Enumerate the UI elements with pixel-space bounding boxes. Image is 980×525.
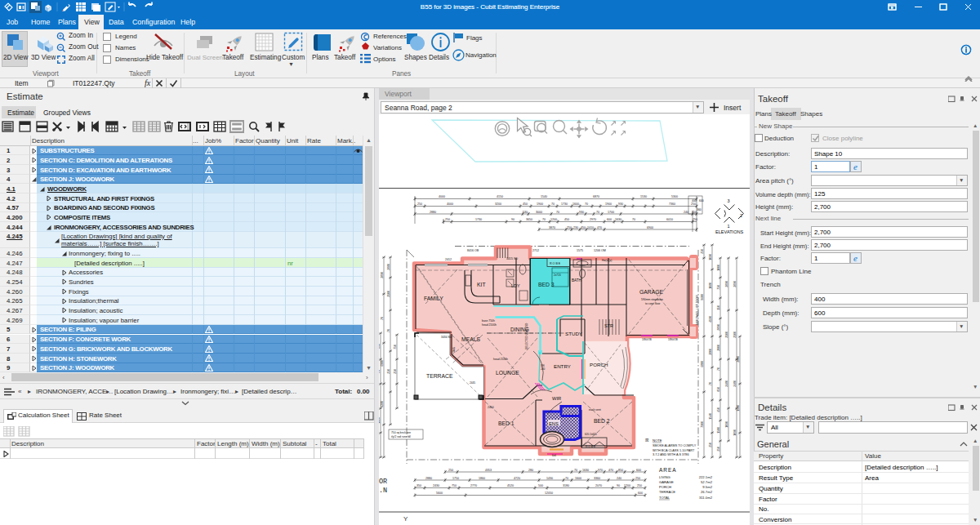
svg-text:311.0m2: 311.0m2 (699, 496, 713, 500)
svg-text:1010: 1010 (587, 226, 594, 229)
svg-text:TERRACE: TERRACE (659, 490, 675, 494)
svg-text:KIT: KIT (477, 282, 486, 287)
svg-text:52.7m2: 52.7m2 (701, 480, 713, 484)
svg-text:360: 360 (697, 208, 702, 211)
svg-text:4000: 4000 (447, 202, 453, 206)
svg-text:1600: 1600 (572, 202, 579, 206)
svg-text:STUDY: STUDY (565, 331, 582, 336)
svg-text:250: 250 (567, 226, 572, 229)
svg-text:1530: 1530 (640, 195, 647, 198)
svg-text:BATH: BATH (572, 278, 581, 283)
svg-text:☒: ☒ (645, 438, 648, 443)
svg-text:PORCH: PORCH (590, 362, 608, 367)
svg-text:750: 750 (452, 484, 457, 487)
svg-text:3800: 3800 (709, 349, 712, 355)
svg-text:3200: 3200 (495, 202, 501, 206)
svg-text:1: 1 (728, 224, 730, 229)
svg-text:70: 70 (717, 367, 720, 371)
svg-text:t/y/2 rod runs fdl: t/y/2 rod runs fdl (391, 435, 411, 438)
svg-text:Hw(x)(p): Hw(x)(p) (602, 259, 612, 262)
svg-text:70: 70 (632, 218, 635, 221)
svg-text:2480: 2480 (725, 380, 728, 387)
svg-text:PORCH: PORCH (659, 485, 671, 489)
svg-text:2430: 2430 (433, 484, 439, 487)
svg-text:1090: 1090 (709, 254, 712, 260)
svg-text:3415 SD: 3415 SD (506, 257, 518, 260)
svg-text:70: 70 (387, 329, 390, 332)
svg-text:NOTE: NOTE (653, 438, 662, 443)
svg-text:2970: 2970 (590, 218, 596, 221)
svg-text:R O B E: R O B E (550, 262, 561, 265)
svg-text:250: 250 (387, 369, 390, 374)
svg-text:450: 450 (523, 202, 528, 206)
svg-text:90: 90 (617, 484, 620, 487)
svg-text:1090: 1090 (733, 429, 737, 436)
svg-text:2070: 2070 (595, 484, 602, 487)
svg-text:GARAGE: GARAGE (659, 480, 674, 484)
svg-text:.N: .N (379, 487, 387, 495)
svg-text:4190: 4190 (709, 316, 712, 323)
svg-text:3870: 3870 (549, 226, 555, 229)
svg-text:MEALS: MEALS (461, 336, 481, 342)
svg-text:GARAGE: GARAGE (639, 289, 664, 295)
svg-text:3650: 3650 (526, 218, 532, 221)
svg-text:150: 150 (717, 305, 720, 310)
svg-text:250: 250 (701, 249, 704, 254)
svg-text:1200: 1200 (550, 218, 557, 221)
svg-text:STR: STR (604, 323, 613, 328)
svg-text:2412: 2412 (445, 258, 452, 261)
svg-text:FAMILY: FAMILY (424, 296, 443, 301)
svg-text:70: 70 (596, 211, 599, 214)
svg-text:70: 70 (381, 317, 384, 320)
svg-text:2712: 2712 (532, 249, 539, 252)
svg-text:2100: 2100 (387, 291, 390, 297)
svg-text:7360: 7360 (669, 202, 675, 206)
svg-text:26.7m2: 26.7m2 (701, 490, 713, 494)
svg-text:1500: 1500 (717, 427, 720, 434)
svg-text:450: 450 (717, 407, 720, 412)
svg-text:70: 70 (565, 477, 568, 480)
svg-text:2100: 2100 (725, 331, 728, 338)
svg-text:70: 70 (709, 382, 712, 385)
svg-text:70: 70 (551, 202, 555, 206)
svg-text:2000: 2000 (717, 345, 720, 351)
svg-text:each vent: each vent (589, 408, 601, 412)
svg-text:7900: 7900 (701, 421, 704, 428)
svg-text:240: 240 (541, 367, 546, 371)
svg-text:3890: 3890 (733, 281, 737, 287)
svg-text:620 2x620: 620 2x620 (585, 433, 597, 436)
svg-text:280: 280 (528, 469, 533, 472)
svg-text:1630: 1630 (615, 218, 621, 221)
svg-text:4000: 4000 (439, 195, 445, 198)
svg-text:6010: 6010 (666, 218, 673, 221)
svg-text:ENTRY: ENTRY (554, 363, 571, 369)
svg-text:LIVING: LIVING (659, 475, 670, 479)
svg-text:1206 OM: 1206 OM (594, 249, 606, 252)
svg-text:2450: 2450 (488, 406, 494, 409)
svg-text:1000: 1000 (717, 265, 720, 271)
svg-text:4353: 4353 (485, 469, 492, 472)
svg-text:ELEVATIONS: ELEVATIONS (715, 229, 744, 234)
svg-text:470: 470 (608, 469, 613, 472)
svg-text:head 2100h: head 2100h (482, 323, 497, 327)
svg-text:Y: Y (403, 515, 408, 523)
svg-text:6900: 6900 (381, 360, 384, 367)
svg-text:8416 OB: 8416 OB (467, 249, 479, 252)
svg-text:SMOKE ALARMS TO COMPLY: SMOKE ALARMS TO COMPLY (653, 444, 697, 447)
svg-text:1700: 1700 (608, 211, 614, 214)
svg-text:6x6: 6x6 (552, 454, 556, 457)
svg-text:930: 930 (618, 202, 623, 206)
svg-text:5300: 5300 (671, 195, 678, 198)
svg-text:TOTAL: TOTAL (659, 496, 670, 500)
svg-text:590mm stepdown: 590mm stepdown (641, 298, 663, 301)
svg-text:1860: 1860 (479, 477, 485, 480)
svg-text:250: 250 (635, 477, 640, 480)
svg-text:850: 850 (618, 469, 623, 472)
svg-text:9600: 9600 (701, 294, 704, 300)
svg-text:3000: 3000 (536, 211, 542, 214)
svg-text:600: 600 (699, 199, 704, 202)
svg-text:SELECTED 2040 CSD: SELECTED 2040 CSD (525, 323, 528, 349)
svg-text:head 2100h: head 2100h (493, 358, 508, 361)
svg-text:600: 600 (636, 469, 641, 472)
svg-text:470: 470 (597, 226, 602, 229)
